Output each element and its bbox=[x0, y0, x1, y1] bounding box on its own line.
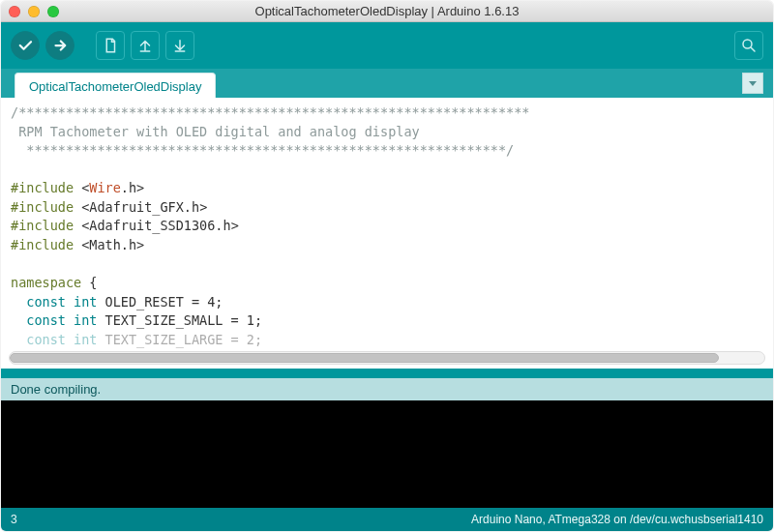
compile-status: Done compiling. bbox=[1, 378, 773, 400]
upload-button[interactable] bbox=[45, 31, 74, 60]
arrow-right-icon bbox=[51, 37, 69, 54]
code-editor[interactable]: /***************************************… bbox=[1, 98, 773, 369]
open-sketch-button[interactable] bbox=[131, 31, 160, 60]
svg-point-0 bbox=[743, 40, 752, 48]
window-title: OpticalTachometerOledDisplay | Arduino 1… bbox=[1, 4, 773, 18]
zoom-window-button[interactable] bbox=[47, 6, 59, 17]
check-icon bbox=[16, 37, 34, 54]
file-icon bbox=[102, 37, 119, 54]
titlebar: OpticalTachometerOledDisplay | Arduino 1… bbox=[1, 1, 773, 22]
tab-menu-button[interactable] bbox=[742, 73, 763, 94]
close-window-button[interactable] bbox=[9, 6, 20, 17]
new-sketch-button[interactable] bbox=[96, 31, 125, 60]
arrow-down-icon bbox=[171, 37, 189, 54]
minimize-window-button[interactable] bbox=[28, 6, 40, 17]
line-number: 3 bbox=[11, 513, 17, 526]
magnifier-icon bbox=[740, 37, 758, 54]
board-info: Arduino Nano, ATmega328 on /dev/cu.wchus… bbox=[471, 513, 763, 526]
code-text: /***************************************… bbox=[11, 104, 529, 120]
arduino-ide-window: OpticalTachometerOledDisplay | Arduino 1… bbox=[0, 0, 774, 532]
serial-monitor-button[interactable] bbox=[734, 31, 763, 60]
chevron-down-icon bbox=[747, 77, 759, 89]
code-text: ****************************************… bbox=[11, 142, 514, 158]
pane-divider[interactable] bbox=[1, 369, 773, 378]
output-console[interactable] bbox=[1, 400, 773, 508]
scrollbar-thumb[interactable] bbox=[10, 353, 719, 363]
toolbar bbox=[1, 22, 773, 69]
code-text: RPM Tachometer with OLED digital and ana… bbox=[11, 124, 420, 139]
verify-button[interactable] bbox=[11, 31, 40, 60]
sketch-tab[interactable]: OpticalTachometerOledDisplay bbox=[15, 73, 216, 98]
editor-horizontal-scrollbar[interactable] bbox=[9, 351, 765, 365]
traffic-lights bbox=[9, 6, 59, 17]
arrow-up-icon bbox=[136, 37, 154, 54]
tab-bar: OpticalTachometerOledDisplay bbox=[1, 69, 773, 98]
save-sketch-button[interactable] bbox=[165, 31, 194, 60]
footer-bar: 3 Arduino Nano, ATmega328 on /dev/cu.wch… bbox=[1, 508, 773, 531]
